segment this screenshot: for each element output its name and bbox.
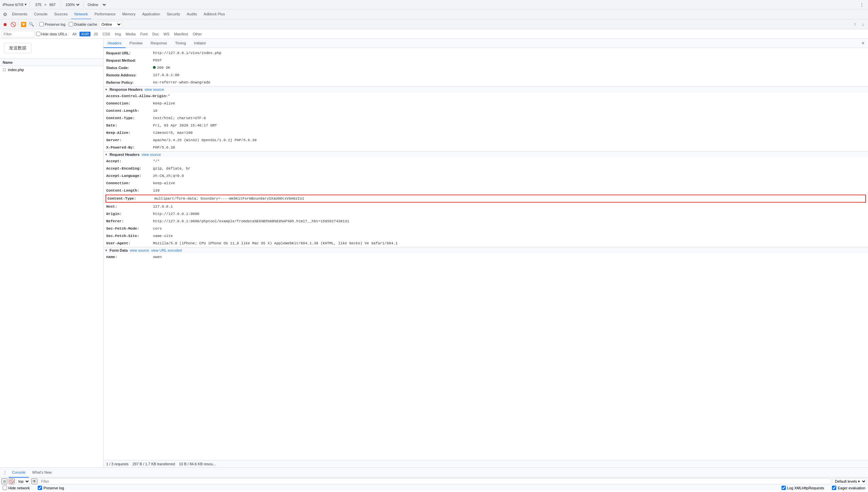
detail-content: Request URL: http://127.0.0.1/vivo/index… xyxy=(103,48,868,460)
referrer-policy-val: no-referrer-when-downgrade xyxy=(153,79,210,85)
network-status-bar: 1 / 3 requests 297 B / 1.7 KB transferre… xyxy=(103,460,868,467)
width-input[interactable] xyxy=(32,3,44,7)
preserve-log-checkbox-bottom[interactable] xyxy=(38,486,42,490)
filter-xhr-btn[interactable]: XHR xyxy=(79,32,91,36)
disable-cache-checkbox[interactable]: Disable cache xyxy=(68,22,98,26)
options-bar: Hide network Preserve log Log XMLHttpReq… xyxy=(0,485,868,491)
form-data-list: name:owen xyxy=(103,253,868,261)
toolbar-sep1 xyxy=(18,22,18,27)
device-selector[interactable]: iPhone 6/7/8 ▾ xyxy=(3,2,27,7)
search-button[interactable]: 🔍 xyxy=(28,21,35,28)
detail-tab-timing[interactable]: Timing xyxy=(171,39,190,48)
console-context-select[interactable]: top xyxy=(16,478,30,484)
device-dropdown-icon: ▾ xyxy=(25,2,27,7)
form-data-title: Form Data xyxy=(110,248,127,252)
preserve-log-input[interactable] xyxy=(40,22,44,26)
detail-tab-headers[interactable]: Headers xyxy=(103,39,126,48)
more-button[interactable]: ⋮ xyxy=(858,1,865,8)
tab-network[interactable]: Network xyxy=(71,9,91,19)
tab-memory[interactable]: Memory xyxy=(119,9,139,19)
preserve-log-option[interactable]: Preserve log xyxy=(38,486,64,490)
devtools-settings-icon[interactable]: ⚙ xyxy=(1,11,9,18)
form-data-view-url-encoded[interactable]: view URL encoded xyxy=(151,248,182,252)
filter-ws-btn[interactable]: WS xyxy=(162,32,171,36)
upload-button[interactable]: ↑ xyxy=(851,21,859,28)
filter-css-btn[interactable]: CSS xyxy=(101,32,112,36)
right-panel: Headers Preview Response Timing Initiato… xyxy=(103,39,868,467)
device-name: iPhone 6/7/8 xyxy=(3,3,23,7)
request-headers-section[interactable]: ▼ Request Headers view source xyxy=(103,151,868,157)
filter-font-btn[interactable]: Font xyxy=(139,32,149,36)
remote-address-val: 127.0.0.1:80 xyxy=(153,72,179,78)
detail-tab-response[interactable]: Response xyxy=(147,39,171,48)
form-data-view-source[interactable]: view source xyxy=(129,248,149,252)
detail-tab-initiator[interactable]: Initiator xyxy=(190,39,210,48)
response-header-row: X-Powered-By:PHP/5.6.30 xyxy=(103,144,868,151)
response-header-row: Keep-Alive:timeout=5, max=100 xyxy=(103,129,868,137)
filter-manifest-btn[interactable]: Manifest xyxy=(172,32,190,36)
filter-doc-btn[interactable]: Doc xyxy=(151,32,161,36)
tab-console[interactable]: Console xyxy=(31,9,51,19)
main-layout: 发送数据 Name ☐ index.php Headers Preview Re… xyxy=(0,39,868,467)
eager-eval-option[interactable]: Eager evaluation xyxy=(832,486,865,490)
response-headers-section[interactable]: ▼ Response Headers view source xyxy=(103,86,868,93)
request-header-row: Content-Type:multipart/form-data; bounda… xyxy=(105,195,866,203)
console-more-icon[interactable]: ⋮ xyxy=(1,469,9,476)
form-data-section[interactable]: ▼ Form Data view source view URL encoded xyxy=(103,247,868,253)
whats-new-tab-btn[interactable]: What's New xyxy=(29,468,55,478)
hide-network-checkbox[interactable] xyxy=(3,486,7,490)
console-stop-btn[interactable]: ⊘ xyxy=(1,478,7,484)
response-view-source-link[interactable]: view source xyxy=(145,88,164,92)
filter-button[interactable]: 🔽 xyxy=(20,21,27,28)
tab-adblock[interactable]: Adblock Plus xyxy=(200,9,228,19)
tab-audits[interactable]: Audits xyxy=(183,9,200,19)
tab-sources[interactable]: Sources xyxy=(51,9,71,19)
console-clear-btn[interactable]: 🚫 xyxy=(9,478,15,484)
stop-button[interactable]: 🚫 xyxy=(9,21,17,28)
download-button[interactable]: ↓ xyxy=(859,21,867,28)
log-xmlhttp-option[interactable]: Log XMLHttpRequests xyxy=(781,486,824,490)
response-header-row: Content-Length:10 xyxy=(103,107,868,115)
filter-media-btn[interactable]: Media xyxy=(124,32,137,36)
detail-tab-preview[interactable]: Preview xyxy=(126,39,147,48)
network-condition-select[interactable]: Online Offline Slow 3G xyxy=(99,21,122,28)
log-xmlhttp-label: Log XMLHttpRequests xyxy=(787,486,824,490)
tab-elements[interactable]: Elements xyxy=(9,9,31,19)
filter-other-btn[interactable]: Other xyxy=(191,32,204,36)
height-input[interactable] xyxy=(46,3,58,7)
request-header-row: Accept-Encoding:gzip, deflate, br xyxy=(103,165,868,172)
filter-js-btn[interactable]: JS xyxy=(92,32,99,36)
status-indicator xyxy=(153,66,155,69)
response-header-row: Server:Apache/2.4.25 (Win32) OpenSSL/1.0… xyxy=(103,137,868,144)
tab-security[interactable]: Security xyxy=(163,9,183,19)
filter-img-btn[interactable]: Img xyxy=(113,32,123,36)
live-expressions-btn[interactable]: 👁 xyxy=(31,478,38,484)
record-button[interactable]: ⏺ xyxy=(1,21,9,28)
request-view-source-link[interactable]: view source xyxy=(142,152,161,156)
console-filter-input[interactable] xyxy=(39,478,831,484)
general-row-url: Request URL: http://127.0.0.1/vivo/index… xyxy=(103,49,868,57)
preserve-log-label: Preserve log xyxy=(45,22,66,26)
remote-address-key: Remote Address: xyxy=(106,72,153,78)
preserve-log-checkbox[interactable]: Preserve log xyxy=(38,22,67,26)
log-xmlhttp-checkbox[interactable] xyxy=(781,486,786,490)
filter-all-btn[interactable]: All xyxy=(71,32,78,36)
network-throttle-select[interactable]: Online Offline Slow 3G Fast 3G xyxy=(86,2,107,7)
eager-eval-checkbox[interactable] xyxy=(832,486,836,490)
hide-network-option[interactable]: Hide network xyxy=(3,486,30,490)
disable-cache-input[interactable] xyxy=(69,22,73,26)
filter-input[interactable] xyxy=(1,31,35,38)
log-levels-select[interactable]: Default levels ▾ xyxy=(833,478,867,484)
status-code-val: 200 OK xyxy=(153,65,170,71)
tab-application[interactable]: Application xyxy=(139,9,164,19)
send-data-button[interactable]: 发送数据 xyxy=(4,43,31,53)
response-headers-title: Response Headers xyxy=(110,88,143,92)
network-item-indexphp[interactable]: ☐ index.php xyxy=(0,66,103,73)
response-header-row: Content-Type:text/html; charset=UTF-8 xyxy=(103,115,868,122)
zoom-select[interactable]: 100% 50% 75% xyxy=(64,2,80,7)
close-detail-button[interactable]: × xyxy=(860,40,866,46)
console-tab-btn[interactable]: Console xyxy=(9,468,29,478)
hide-data-urls-checkbox[interactable]: Hide data URLs xyxy=(36,32,67,36)
hide-data-urls-input[interactable] xyxy=(36,32,41,36)
tab-performance[interactable]: Performance xyxy=(91,9,119,19)
